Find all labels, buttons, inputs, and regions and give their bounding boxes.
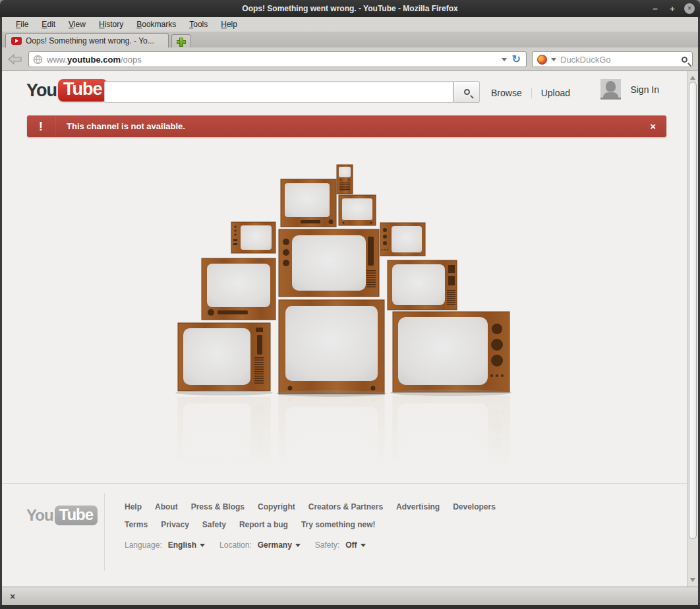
youtube-logo[interactable]: You Tube (26, 79, 107, 102)
footer-logo-you: You (26, 506, 53, 525)
duckduckgo-icon[interactable] (537, 55, 547, 65)
sign-in-area[interactable]: Sign In (600, 79, 659, 100)
avatar[interactable] (600, 79, 621, 100)
tab-bar: Oops! Something went wrong. - Yo... (2, 32, 698, 47)
footer-link-help[interactable]: Help (125, 502, 142, 511)
footer-link-developers[interactable]: Developers (453, 502, 496, 511)
location-label: Location: (219, 540, 252, 550)
footer-link-advertising[interactable]: Advertising (396, 502, 440, 511)
alert-icon-zone: ! (27, 115, 55, 137)
tab-title: Oops! Something went wrong. - Yo... (26, 36, 154, 45)
tab-active[interactable]: Oops! Something went wrong. - Yo... (5, 33, 169, 47)
url-domain: youtube.com (67, 55, 121, 65)
back-button[interactable] (7, 51, 24, 67)
youtube-header: You Tube Browse Upload Sign In (2, 71, 687, 115)
chevron-down-icon[interactable] (502, 58, 507, 61)
nav-divider (531, 88, 532, 98)
url-path: /oops (121, 55, 142, 65)
footer-link-try-something-new[interactable]: Try something new! (301, 520, 376, 529)
youtube-search-input[interactable] (104, 81, 453, 103)
url-bar[interactable]: www.youtube.com/oops ↻ (28, 51, 527, 67)
url-prefix: www. (47, 55, 67, 65)
sign-in-link[interactable]: Sign In (630, 84, 659, 95)
scrollbar-thumb[interactable] (689, 82, 697, 539)
footer-links: Help About Press & Blogs Copyright Creat… (125, 502, 496, 550)
close-button[interactable]: × (684, 3, 695, 14)
url-bar-buttons: ↻ (502, 54, 522, 65)
chevron-down-icon (361, 544, 366, 547)
url-text[interactable]: www.youtube.com/oops (47, 55, 502, 65)
footer-settings: Language: English Location: Germany Safe… (125, 540, 496, 550)
language-select[interactable]: English (168, 540, 205, 550)
footer-link-safety[interactable]: Safety (202, 520, 226, 529)
footer: You Tube Help About Press & Blogs Copyri… (2, 483, 687, 587)
safety-select[interactable]: Off (345, 540, 365, 550)
language-value: English (168, 540, 196, 550)
menu-bookmarks[interactable]: Bookmarks (131, 18, 182, 30)
plus-icon (177, 37, 186, 46)
alert-close-icon[interactable]: × (639, 121, 666, 132)
footer-link-about[interactable]: About (155, 502, 178, 511)
chevron-down-icon[interactable] (551, 58, 556, 61)
scroll-down-arrow-icon[interactable] (690, 578, 695, 583)
window-title: Oops! Something went wrong. - YouTube - … (242, 4, 457, 13)
alert-message: This channel is not available. (67, 121, 639, 131)
menu-view[interactable]: View (63, 18, 92, 30)
safety-setting: Safety: Off (315, 540, 366, 550)
location-value: Germany (258, 540, 292, 550)
menu-bar: File Edit View History Bookmarks Tools H… (2, 17, 698, 32)
vertical-scrollbar[interactable] (687, 71, 698, 587)
footer-link-report-bug[interactable]: Report a bug (239, 520, 288, 529)
safety-value: Off (345, 540, 357, 550)
footer-divider (104, 493, 105, 571)
reload-icon[interactable]: ↻ (512, 54, 521, 65)
menu-history[interactable]: History (93, 18, 129, 30)
menu-help[interactable]: Help (215, 18, 243, 30)
footer-youtube-logo[interactable]: You Tube (26, 506, 98, 525)
page-content: You Tube Browse Upload Sign In ! This ch… (2, 71, 698, 587)
window-border-bottom (0, 605, 700, 609)
browse-link[interactable]: Browse (491, 88, 522, 98)
footer-link-privacy[interactable]: Privacy (161, 520, 189, 529)
arrow-left-icon (7, 52, 23, 67)
menu-file[interactable]: File (10, 18, 34, 30)
logo-tube: Tube (58, 79, 107, 102)
chevron-down-icon (200, 544, 205, 547)
safety-label: Safety: (315, 540, 339, 550)
maximize-button[interactable]: + (667, 4, 678, 14)
window-border-left (0, 17, 2, 609)
location-setting: Location: Germany (219, 540, 301, 550)
upload-link[interactable]: Upload (541, 88, 570, 98)
browser-search-input[interactable] (560, 55, 678, 65)
location-select[interactable]: Germany (258, 540, 301, 550)
youtube-favicon-icon (11, 37, 22, 45)
footer-logo-tube: Tube (55, 506, 98, 525)
minimize-button[interactable]: − (650, 4, 660, 14)
window-controls: − + × (650, 0, 695, 17)
footer-links-row1: Help About Press & Blogs Copyright Creat… (125, 502, 496, 511)
scroll-up-arrow-icon[interactable] (690, 74, 695, 80)
footer-link-copyright[interactable]: Copyright (258, 502, 295, 511)
language-label: Language: (125, 540, 162, 550)
search-icon[interactable] (682, 57, 687, 63)
search-icon (464, 89, 470, 95)
menu-edit[interactable]: Edit (36, 18, 61, 30)
alert-banner: ! This channel is not available. × (27, 115, 666, 137)
browser-search-bar[interactable] (532, 51, 693, 67)
footer-link-terms[interactable]: Terms (125, 520, 148, 529)
youtube-nav: Browse Upload (491, 88, 570, 98)
addon-bar-close-icon[interactable]: × (10, 591, 15, 602)
footer-link-creators-partners[interactable]: Creators & Partners (308, 502, 383, 511)
chevron-down-icon (295, 544, 301, 547)
language-setting: Language: English (125, 540, 205, 550)
navigation-toolbar: www.youtube.com/oops ↻ (2, 47, 698, 71)
window-titlebar[interactable]: Oops! Something went wrong. - YouTube - … (0, 0, 700, 17)
addon-bar: × (2, 587, 698, 605)
menu-tools[interactable]: Tools (183, 18, 214, 30)
footer-link-press-blogs[interactable]: Press & Blogs (191, 502, 245, 511)
firefox-window: Oops! Something went wrong. - YouTube - … (0, 0, 700, 609)
new-tab-button[interactable] (171, 34, 191, 47)
youtube-search-button[interactable] (453, 81, 480, 103)
tv-stack-illustration (167, 158, 536, 481)
footer-links-row2: Terms Privacy Safety Report a bug Try so… (125, 520, 496, 529)
